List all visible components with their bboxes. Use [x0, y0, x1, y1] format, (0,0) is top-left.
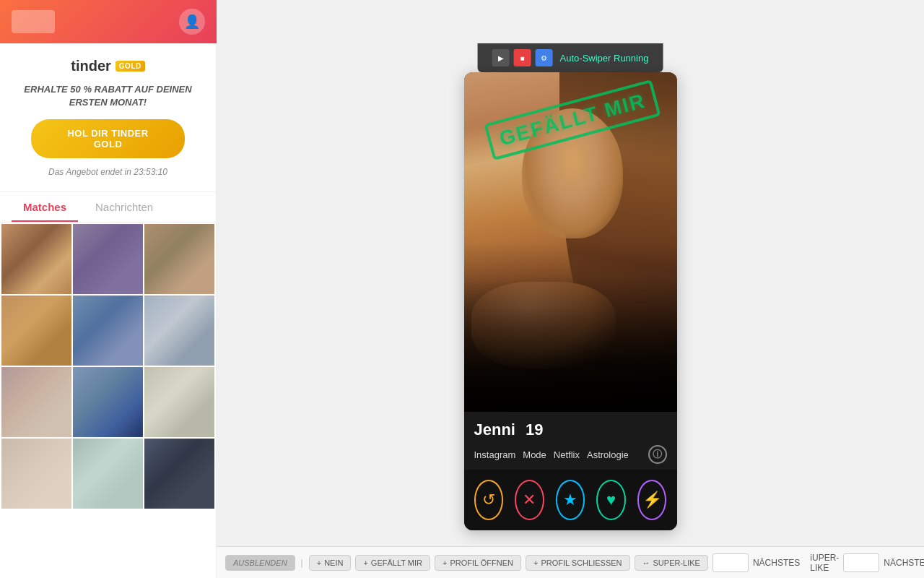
super-like-label: SUPER-LIKE	[653, 558, 700, 567]
nein-label: NEIN	[324, 558, 343, 567]
play-icon: ▶	[498, 54, 504, 62]
match-item[interactable]	[1, 367, 71, 437]
tinder-brand-text: tinder	[71, 58, 111, 74]
rewind-icon: ↺	[482, 491, 495, 509]
nein-button[interactable]: + NEIN	[309, 555, 352, 571]
super-like-toolbar-button[interactable]: ↔ SUPER-LIKE	[635, 555, 708, 571]
match-item[interactable]	[144, 367, 214, 437]
super-like-button[interactable]: ★	[556, 480, 585, 520]
match-item[interactable]	[144, 439, 214, 509]
interest-astrologie: Astrologie	[587, 449, 629, 460]
matches-grid	[0, 223, 216, 510]
gold-button[interactable]: HOL DIR TINDER GOLD	[31, 119, 186, 158]
boost-button[interactable]: ⚡	[637, 480, 667, 520]
nope-button[interactable]: ✕	[515, 480, 544, 520]
top-bar: 👤	[0, 0, 217, 43]
match-item[interactable]	[73, 224, 143, 294]
naechstes-input-1[interactable]	[712, 553, 749, 572]
plus-icon-schliessen: +	[533, 558, 538, 567]
like-stamp: GEFÄLLT MIR	[484, 79, 661, 160]
profile-icon[interactable]: 👤	[179, 9, 205, 35]
match-item[interactable]	[1, 296, 71, 366]
boost-icon: ⚡	[642, 491, 662, 509]
match-item[interactable]	[144, 224, 214, 294]
auto-swiper-play-btn[interactable]: ▶	[492, 49, 510, 66]
profil-schliessen-label: PROFIL SCHLIESSEN	[541, 558, 622, 567]
auto-swiper-bar: ▶ ■ ⚙ Auto-Swiper Running	[478, 43, 663, 72]
stop-icon: ■	[520, 54, 525, 62]
match-item[interactable]	[73, 296, 143, 366]
auto-swiper-status: Auto-Swiper Running	[560, 53, 649, 64]
profile-card: GEFÄLLT MIR Jenni 19 Instagram Mode Netf…	[464, 72, 677, 530]
hide-button[interactable]: AUSBLENDEN	[225, 555, 295, 571]
plus-icon-gefaellt: +	[363, 558, 367, 567]
profil-oeffnen-button[interactable]: + PROFIL ÖFFNEN	[435, 555, 521, 571]
sep-1: |	[301, 558, 303, 568]
naechstes-label-1: NÄCHSTES	[753, 558, 800, 568]
match-item[interactable]	[73, 439, 143, 509]
auto-swiper-controls: ▶ ■ ⚙	[492, 49, 553, 66]
tinder-gold-logo: tinder GOLD	[12, 58, 204, 74]
arrow-icon-superlike: ↔	[642, 558, 650, 567]
card-interests: Instagram Mode Netflix Astrologie ⓘ	[474, 445, 667, 464]
bottom-toolbar: AUSBLENDEN | + NEIN + GEFÄLLT MIR + PROF…	[217, 546, 924, 578]
like-button[interactable]: ♥	[596, 480, 626, 520]
tabs: Matches Nachrichten	[0, 192, 216, 223]
sidebar: tinder GOLD ERHALTE 50 % RABATT AUF DEIN…	[0, 43, 217, 578]
offer-timer: Das Angebot endet in 23:53:10	[12, 167, 204, 177]
gold-badge-label: GOLD	[116, 61, 145, 72]
offer-timer-value: 23:53:10	[134, 167, 167, 177]
like-icon: ♥	[606, 491, 616, 509]
card-name: Jenni	[474, 420, 515, 439]
auto-swiper-settings-btn[interactable]: ⚙	[536, 49, 553, 66]
card-name-age: Jenni 19	[474, 420, 667, 439]
match-item[interactable]	[73, 367, 143, 437]
card-actions: ↺ ✕ ★ ♥ ⚡	[464, 470, 677, 530]
logo-placeholder	[12, 10, 55, 33]
gefaellt-label: GEFÄLLT MIR	[371, 558, 422, 567]
tab-nachrichten[interactable]: Nachrichten	[84, 192, 165, 222]
plus-icon-nein: +	[317, 558, 321, 567]
auto-swiper-stop-btn[interactable]: ■	[514, 49, 531, 66]
main-content: ▶ ■ ⚙ Auto-Swiper Running	[217, 43, 924, 578]
naechstes-label-2: NÄCHSTES	[884, 558, 924, 568]
match-item[interactable]	[1, 439, 71, 509]
gold-promo: tinder GOLD ERHALTE 50 % RABATT AUF DEIN…	[0, 43, 216, 192]
iuper-like-label: iUPER-LIKE	[810, 553, 839, 573]
plus-icon-oeffnen: +	[443, 558, 447, 567]
card-info: Jenni 19 Instagram Mode Netflix Astrolog…	[464, 412, 677, 470]
profil-schliessen-button[interactable]: + PROFIL SCHLIESSEN	[526, 555, 630, 571]
offer-timer-prefix: Das Angebot endet in	[48, 167, 131, 177]
star-icon: ★	[563, 491, 578, 509]
card-age: 19	[526, 420, 543, 439]
interest-instagram: Instagram	[474, 449, 516, 460]
rewind-button[interactable]: ↺	[474, 480, 504, 520]
card-photo: GEFÄLLT MIR	[464, 72, 677, 412]
naechstes-input-2[interactable]	[843, 553, 879, 572]
nope-icon: ✕	[523, 491, 536, 509]
info-button[interactable]: ⓘ	[648, 445, 667, 464]
match-item[interactable]	[144, 296, 214, 366]
interest-netflix: Netflix	[554, 449, 580, 460]
interest-mode: Mode	[523, 449, 546, 460]
promo-text: ERHALTE 50 % RABATT AUF DEINEN ERSTEN MO…	[12, 83, 204, 109]
gefaellt-button[interactable]: + GEFÄLLT MIR	[355, 555, 430, 571]
profil-oeffnen-label: PROFIL ÖFFNEN	[450, 558, 513, 567]
tab-matches[interactable]: Matches	[12, 192, 78, 222]
settings-icon: ⚙	[541, 54, 547, 62]
match-item[interactable]	[1, 224, 71, 294]
